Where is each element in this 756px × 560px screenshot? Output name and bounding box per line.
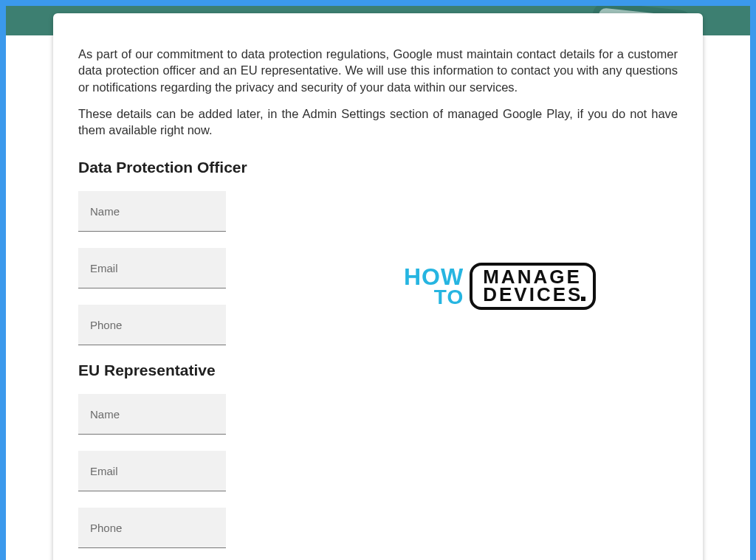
watermark-logo: HOW TO MANAGE DEVICES <box>404 257 625 316</box>
eurep-name-field[interactable] <box>78 394 226 435</box>
dpo-email-field[interactable] <box>78 248 226 288</box>
watermark-how-text: HOW <box>404 266 464 288</box>
section-title-eurep: EU Representative <box>78 362 678 379</box>
dpo-name-field[interactable] <box>78 191 226 232</box>
watermark-box: MANAGE DEVICES <box>470 263 596 310</box>
watermark-devices-text: DEVICES <box>483 286 583 304</box>
watermark-dot-icon <box>581 297 585 301</box>
intro-text-block: As part of our commitment to data protec… <box>78 46 678 138</box>
section-title-dpo: Data Protection Officer <box>78 159 678 176</box>
intro-paragraph-2: These details can be added later, in the… <box>78 106 678 139</box>
watermark-howto: HOW TO <box>404 266 464 306</box>
eurep-email-field[interactable] <box>78 451 226 491</box>
outer-frame: As part of our commitment to data protec… <box>6 6 750 560</box>
eurep-phone-field[interactable] <box>78 508 226 548</box>
intro-paragraph-1: As part of our commitment to data protec… <box>78 46 678 95</box>
watermark-to-text: TO <box>434 288 464 306</box>
dpo-phone-field[interactable] <box>78 305 226 345</box>
